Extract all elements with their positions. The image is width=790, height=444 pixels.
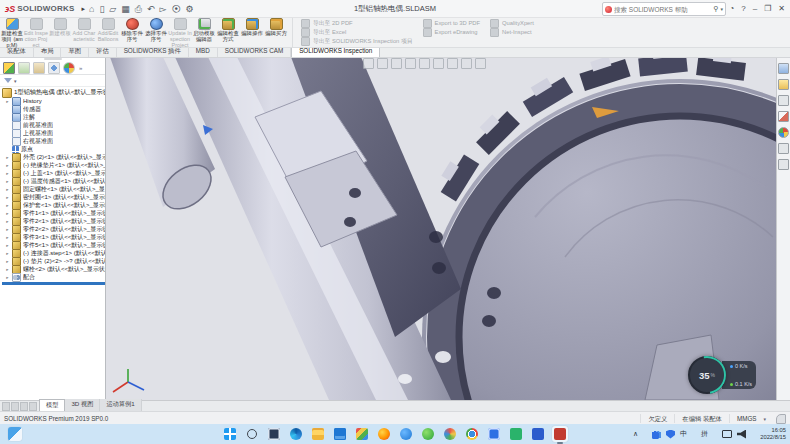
forum-icon[interactable] — [778, 159, 789, 170]
tree-item[interactable]: ▸ 螺栓<2> (默认<<默认>_显示状态 — [2, 265, 105, 273]
expand-arrow-icon[interactable]: ▸ — [5, 227, 10, 232]
taskbar-app[interactable] — [398, 426, 414, 442]
edit-operations[interactable]: 编辑操作 — [240, 17, 264, 47]
custom-status-icon[interactable] — [776, 414, 786, 424]
section-view-icon[interactable] — [405, 58, 416, 69]
featuremanager-tab-icon[interactable] — [3, 62, 15, 74]
unit-system[interactable]: MMGS — [729, 414, 764, 423]
print-icon[interactable]: ⎙ — [135, 4, 142, 14]
update-inspection-project[interactable]: Update Inspection Project — [168, 17, 192, 47]
rebuild-icon[interactable]: ⦿ — [171, 4, 180, 14]
open-doc-icon[interactable]: ▱ — [109, 4, 116, 14]
expand-arrow-icon[interactable]: ▸ — [5, 235, 10, 240]
restore-icon[interactable]: ❐ — [764, 4, 771, 13]
tree-item[interactable]: 上视基准面 — [2, 129, 105, 137]
taskbar-app[interactable] — [222, 426, 238, 442]
taskbar-app[interactable] — [266, 426, 282, 442]
unit-caret-icon[interactable]: ▾ — [763, 416, 772, 422]
document-tab[interactable]: 3D 视图 — [65, 399, 100, 411]
expand-arrow-icon[interactable]: ▸ — [5, 219, 10, 224]
login-user-icon[interactable]: ◔ — [729, 4, 734, 13]
edit-inspection-methods[interactable]: 编辑检查方式 — [216, 17, 240, 47]
taskbar-clock[interactable]: 16:05 2022/8/15 — [760, 427, 786, 441]
custom-properties-icon[interactable] — [778, 143, 789, 154]
appearances-icon[interactable] — [778, 127, 789, 138]
export-menu-item[interactable]: 导出至 SOLIDWORKS Inspection 项目 — [301, 37, 413, 45]
edit-appearance-icon[interactable] — [461, 58, 472, 69]
dimxpertmanager-tab-icon[interactable] — [48, 62, 60, 74]
assembly-root-node[interactable]: 1型铝轴热电偶 (默认<默认_显示状态-1 — [2, 88, 105, 97]
save-icon[interactable]: ▦ — [121, 4, 130, 14]
expand-arrow-icon[interactable]: ▸ — [5, 251, 10, 256]
taskbar-app[interactable] — [486, 426, 502, 442]
expand-arrow-icon[interactable]: ▸ — [5, 203, 10, 208]
export-menu-item[interactable]: Net-Inspect — [490, 28, 534, 36]
close-icon[interactable]: ✕ — [778, 4, 785, 13]
displaymanager-tab-icon[interactable] — [63, 62, 75, 74]
export-menu-item[interactable]: Export to 3D PDF — [423, 19, 480, 27]
search-input[interactable] — [614, 4, 711, 14]
taskbar-app[interactable] — [310, 426, 326, 442]
document-tab[interactable]: 运动算例1 — [100, 399, 141, 411]
taskbar-app[interactable] — [530, 426, 546, 442]
tree-item[interactable]: 前视基准面 — [2, 121, 105, 129]
propertymanager-tab-icon[interactable] — [18, 62, 30, 74]
taskbar-app[interactable] — [420, 426, 436, 442]
tab-overflow-icon[interactable]: » — [79, 65, 82, 71]
expand-arrow-icon[interactable]: ▸ — [5, 163, 10, 168]
design-library-icon[interactable] — [778, 79, 789, 90]
menu-expand-arrow-icon[interactable]: ▸ — [81, 5, 85, 13]
widgets-icon[interactable] — [8, 427, 22, 441]
select-balloons[interactable]: 选择零件序号 — [144, 17, 168, 47]
help-icon[interactable]: ? — [741, 4, 745, 13]
search-box[interactable]: ⚲ ▾ — [602, 2, 726, 16]
export-menu-item[interactable]: QualityXpert — [490, 19, 534, 27]
expand-arrow-icon[interactable]: ▸ — [5, 195, 10, 200]
zoom-fit-icon[interactable] — [363, 58, 374, 69]
expand-arrow-icon[interactable]: ▸ — [5, 211, 10, 216]
view-palette-icon[interactable] — [778, 111, 789, 122]
taskbar-app[interactable] — [552, 426, 568, 442]
graphics-viewport[interactable] — [105, 57, 777, 400]
taskbar-app[interactable] — [288, 426, 304, 442]
tree-item[interactable]: 传感器 — [2, 105, 105, 113]
expand-arrow-icon[interactable]: ▸ — [5, 243, 10, 248]
launch-template-editor[interactable]: 启动模板编辑器 — [192, 17, 216, 47]
taskbar-app[interactable] — [244, 426, 260, 442]
taskbar-app[interactable] — [508, 426, 524, 442]
display-style-icon[interactable] — [433, 58, 444, 69]
home-icon[interactable]: ⌂ — [89, 4, 94, 14]
expand-arrow-icon[interactable]: ▸ — [5, 99, 10, 104]
zoom-area-icon[interactable] — [377, 58, 388, 69]
expand-arrow-icon[interactable]: ▸ — [5, 155, 10, 160]
tree-item[interactable]: ▸ 配合 — [2, 273, 105, 281]
tree-item[interactable]: 注解 — [2, 113, 105, 121]
expand-arrow-icon[interactable]: ▸ — [5, 179, 10, 184]
solidworks-resources-icon[interactable] — [778, 63, 789, 74]
view-settings-icon[interactable] — [475, 58, 486, 69]
hide-show-items-icon[interactable] — [447, 58, 458, 69]
expand-arrow-icon[interactable]: ▸ — [5, 259, 10, 264]
filter-caret-icon[interactable]: ▾ — [14, 78, 17, 84]
remove-balloons[interactable]: 移除零件序号 — [120, 17, 144, 47]
taskbar-app[interactable] — [354, 426, 370, 442]
search-caret-icon[interactable]: ▾ — [720, 6, 723, 12]
export-menu-item[interactable]: 导出至 Excel — [301, 28, 413, 36]
edit-customers[interactable]: 编辑买方 — [264, 17, 288, 47]
add-edit-balloons[interactable]: Add/Edit Balloons — [96, 17, 120, 47]
search-icon[interactable]: ⚲ — [713, 5, 718, 13]
view-orientation-icon[interactable] — [419, 58, 430, 69]
taskbar-app[interactable] — [442, 426, 458, 442]
new-template[interactable]: 新建模板 — [48, 17, 72, 47]
configurationmanager-tab-icon[interactable] — [33, 62, 45, 74]
expand-arrow-icon[interactable]: ▸ — [5, 171, 10, 176]
export-menu-item[interactable]: Export eDrawing — [423, 28, 480, 36]
minimize-icon[interactable]: – — [753, 4, 757, 13]
new-doc-icon[interactable]: ▯ — [99, 4, 104, 14]
file-explorer-icon[interactable] — [778, 95, 789, 106]
tree-item[interactable]: 右视基准面 — [2, 137, 105, 145]
taskbar-app[interactable] — [376, 426, 392, 442]
edit-inspection-project[interactable]: Edit Inspection Project — [24, 17, 48, 47]
taskbar-app[interactable] — [332, 426, 348, 442]
add-characteristic[interactable]: Add Characteristic — [72, 17, 96, 47]
